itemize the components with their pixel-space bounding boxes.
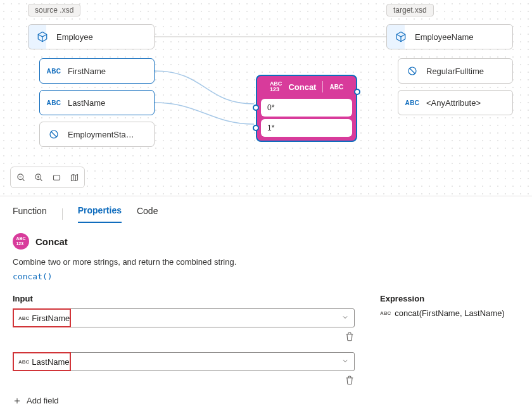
abc-icon: ABC — [405, 99, 420, 106]
add-field-label: Add field — [27, 396, 59, 405]
expression-section-label: Expression — [380, 294, 505, 303]
field-label: LastName — [68, 98, 105, 108]
target-field-anyattr[interactable]: ABC <AnyAttribute> — [398, 90, 513, 115]
source-root-node[interactable]: Employee — [28, 24, 155, 49]
cube-icon — [35, 31, 50, 42]
field-label: FirstName — [68, 66, 106, 76]
target-field-regularfulltime[interactable]: RegularFulltime — [398, 58, 513, 84]
forbidden-icon — [46, 129, 61, 139]
chevron-down-icon — [341, 357, 349, 367]
abc-icon: ABC — [329, 84, 343, 90]
abc-icon: ABC — [46, 68, 61, 75]
input-dropdown-0[interactable]: ABC FirstName — [13, 308, 355, 327]
field-label: RegularFulltime — [426, 66, 484, 76]
field-label: <AnyAttribute> — [426, 98, 481, 108]
source-field-lastname[interactable]: ABC LastName — [39, 90, 155, 115]
output-port[interactable] — [354, 89, 360, 95]
source-file-tab: source .xsd — [28, 4, 80, 16]
abc-icon: ABC — [18, 359, 29, 365]
concat-node-header: ABC123 Concat ABC — [261, 80, 352, 96]
field-label: EmploymentSta… — [68, 130, 134, 139]
concat-function-node[interactable]: ABC123 Concat ABC 0* 1* — [256, 75, 357, 142]
abc-icon: ABC — [46, 99, 61, 106]
source-root-label: Employee — [56, 32, 93, 42]
concat-port-1[interactable]: 1* — [261, 119, 352, 137]
input-port[interactable] — [253, 125, 259, 131]
mapper-canvas[interactable]: source .xsd target.xsd Employee ABC Firs… — [0, 0, 532, 196]
target-file-tab: target.xsd — [386, 4, 434, 16]
input-port[interactable] — [253, 104, 259, 111]
concat-port-0[interactable]: 0* — [261, 99, 352, 117]
cube-icon — [393, 31, 408, 42]
forbidden-icon — [405, 66, 420, 76]
expression-value: ABC concat(FirstName, LastName) — [380, 308, 505, 318]
function-description: Combine two or more strings, and return … — [13, 257, 519, 267]
concat-node-title: Concat — [288, 82, 316, 92]
port-label: 1* — [267, 124, 274, 132]
chevron-down-icon — [341, 314, 349, 323]
function-name: Concat — [35, 236, 68, 247]
tab-code[interactable]: Code — [137, 206, 158, 222]
canvas-toolbar — [10, 167, 85, 188]
input-dropdown-1[interactable]: ABC LastName — [13, 352, 355, 371]
minimap-button[interactable] — [66, 170, 82, 185]
input-value: LastName — [32, 357, 341, 367]
abc123-icon: ABC123 — [13, 233, 29, 250]
properties-panel: ABC123 Concat Combine two or more string… — [0, 223, 532, 415]
fit-view-button[interactable] — [49, 170, 64, 185]
source-field-firstname[interactable]: ABC FirstName — [39, 58, 155, 84]
target-root-label: EmployeeName — [415, 32, 474, 42]
input-section-label: Input — [13, 294, 355, 303]
function-signature: concat() — [13, 272, 519, 281]
delete-input-1[interactable] — [13, 375, 355, 387]
panel-tabs: Function Properties Code — [0, 196, 532, 223]
abc-icon: ABC — [18, 315, 29, 321]
abc123-icon: ABC123 — [270, 81, 282, 92]
add-field-button[interactable]: Add field — [13, 396, 355, 405]
svg-rect-5 — [53, 175, 60, 180]
target-root-node[interactable]: EmployeeName — [386, 24, 513, 49]
port-label: 0* — [267, 103, 274, 112]
tab-function[interactable]: Function — [13, 206, 47, 222]
source-field-employmentstatus[interactable]: EmploymentSta… — [39, 122, 155, 147]
delete-input-0[interactable] — [13, 331, 355, 343]
zoom-out-button[interactable] — [13, 170, 28, 185]
input-value: FirstName — [32, 314, 341, 323]
tab-properties[interactable]: Properties — [78, 205, 122, 223]
zoom-in-button[interactable] — [31, 170, 46, 185]
abc-icon: ABC — [380, 310, 391, 316]
